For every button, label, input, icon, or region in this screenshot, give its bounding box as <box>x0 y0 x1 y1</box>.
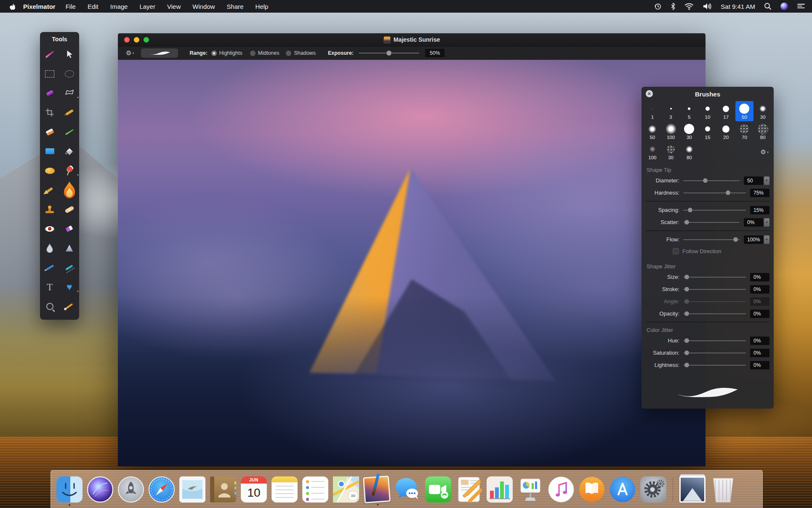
tool-magic-wand[interactable] <box>40 45 60 64</box>
brush-settings-gear-button[interactable]: ⚙▾ <box>761 148 769 156</box>
tool-paint-bucket[interactable] <box>60 142 80 161</box>
hue-value[interactable]: 0% <box>750 337 769 345</box>
brush-preset-10-3[interactable]: 10 <box>698 101 717 121</box>
dock-itunes[interactable] <box>548 476 574 503</box>
dock-calendar[interactable]: JUN 10 <box>241 476 267 503</box>
exposure-value[interactable]: 50% <box>425 49 445 57</box>
brush-preset-80-16[interactable]: 80 <box>680 142 698 162</box>
siri-icon[interactable] <box>780 0 788 13</box>
tool-path-pen[interactable] <box>60 258 80 277</box>
tool-slice[interactable] <box>60 122 80 142</box>
flow-stepper[interactable]: ▾ <box>764 235 769 244</box>
tool-blur-drop[interactable] <box>40 238 60 258</box>
menu-image[interactable]: Image <box>104 3 134 10</box>
dock-mail[interactable] <box>179 476 205 503</box>
wifi-icon[interactable] <box>684 0 694 13</box>
stroke-value[interactable]: 0% <box>750 285 769 294</box>
tool-stamp[interactable] <box>40 200 60 219</box>
tool-ellipse-marquee[interactable] <box>60 64 80 83</box>
angle-value[interactable]: 0% <box>750 297 769 306</box>
brush-preset-30-9[interactable]: 30 <box>680 121 698 142</box>
lightness-slider-thumb[interactable] <box>684 363 689 367</box>
dock-maps[interactable]: 3D <box>333 476 359 503</box>
diameter-slider[interactable] <box>683 180 740 181</box>
tool-brush[interactable] <box>40 180 60 200</box>
spacing-slider[interactable] <box>683 210 746 211</box>
lollipop-variants-chevron[interactable]: ▾ <box>77 173 79 177</box>
dock-facetime[interactable] <box>425 476 451 503</box>
angle-slider-thumb[interactable] <box>684 299 689 304</box>
lightness-slider[interactable] <box>683 365 746 366</box>
dock-messages[interactable] <box>394 476 421 503</box>
lasso-variants-chevron[interactable]: ▾ <box>77 96 79 99</box>
tool-crop[interactable] <box>40 103 60 122</box>
spotlight-icon[interactable] <box>764 0 772 13</box>
shape-variants-chevron[interactable]: ▾ <box>77 289 79 293</box>
tool-pen[interactable] <box>60 103 80 122</box>
tool-sharpen-cone[interactable] <box>60 238 80 258</box>
menu-file[interactable]: File <box>60 3 82 10</box>
brush-preset-100-8[interactable]: 100 <box>662 121 680 142</box>
apple-menu-icon[interactable] <box>0 3 23 10</box>
range-option-midtones[interactable]: Midtones <box>250 50 280 56</box>
dock-system-preferences[interactable] <box>640 476 666 503</box>
bluetooth-icon[interactable] <box>671 0 676 13</box>
window-title-bar[interactable]: Majestic Sunrise <box>118 33 706 46</box>
brush-preset-50-7[interactable]: 50 <box>643 121 662 142</box>
dock-launchpad[interactable] <box>118 476 144 503</box>
range-option-shadows[interactable]: Shadows <box>286 50 315 56</box>
volume-icon[interactable] <box>703 0 712 13</box>
opacity-slider-thumb[interactable] <box>684 311 689 316</box>
dock-trash[interactable] <box>710 476 736 503</box>
hardness-slider-thumb[interactable] <box>726 190 730 195</box>
hardness-value[interactable]: 75% <box>750 189 769 197</box>
brush-preset-30-6[interactable]: 30 <box>753 101 772 121</box>
spacing-slider-thumb[interactable] <box>688 208 692 212</box>
dock-contacts[interactable] <box>210 476 236 503</box>
dock-photos-stack[interactable] <box>679 476 706 503</box>
brush-preset-100-14[interactable]: 100 <box>643 142 662 162</box>
tool-quick-select[interactable] <box>40 83 60 103</box>
menu-bar-clock[interactable]: Sat 9:41 AM <box>721 3 755 10</box>
time-machine-icon[interactable] <box>654 0 662 13</box>
stroke-slider-thumb[interactable] <box>684 287 689 291</box>
size-value[interactable]: 0% <box>750 273 769 281</box>
hardness-slider[interactable] <box>683 193 746 193</box>
highlights-radio[interactable] <box>211 51 217 56</box>
diameter-slider-thumb[interactable] <box>703 178 708 183</box>
exposure-slider-thumb[interactable] <box>386 51 391 56</box>
flow-slider-thumb[interactable] <box>733 237 738 242</box>
scatter-slider[interactable] <box>683 222 740 223</box>
tool-pencil[interactable] <box>40 258 60 277</box>
brushes-close-button[interactable]: ✕ <box>646 90 653 97</box>
brush-preset-80-13[interactable]: 80 <box>753 121 772 142</box>
close-button[interactable] <box>124 37 130 43</box>
tool-move[interactable] <box>60 45 80 64</box>
opacity-slider[interactable] <box>683 313 746 314</box>
tool-paint-flame[interactable] <box>60 180 80 200</box>
size-slider[interactable] <box>683 277 746 278</box>
tool-heart-shape[interactable]: ♥▾ <box>60 277 80 297</box>
range-option-highlights[interactable]: Highlights <box>211 50 242 56</box>
opacity-value[interactable]: 0% <box>750 310 769 318</box>
tool-heal-bandaid[interactable] <box>60 200 80 219</box>
follow-direction-checkbox[interactable] <box>673 248 679 254</box>
dock-finder[interactable] <box>56 476 83 503</box>
scatter-slider-thumb[interactable] <box>684 220 689 225</box>
lightness-value[interactable]: 0% <box>750 361 769 369</box>
stroke-slider[interactable] <box>683 289 746 290</box>
brush-preset-15-10[interactable]: 15 <box>698 121 717 142</box>
saturation-value[interactable]: 0% <box>750 349 769 357</box>
image-canvas[interactable] <box>118 60 706 466</box>
brush-preset-50-5[interactable]: 50 <box>735 101 754 121</box>
menu-view[interactable]: View <box>161 3 186 10</box>
brush-preview-button[interactable] <box>141 48 178 58</box>
dock-keynote[interactable] <box>517 476 543 503</box>
follow-direction-row[interactable]: Follow Direction <box>646 246 769 257</box>
tool-ellipse-shape[interactable] <box>40 161 60 180</box>
size-slider-thumb[interactable] <box>684 275 689 279</box>
menu-help[interactable]: Help <box>250 3 274 10</box>
tool-rect-shape[interactable] <box>40 142 60 161</box>
app-menu-pixelmator[interactable]: Pixelmator <box>23 3 56 10</box>
dock-reminders[interactable] <box>302 476 328 503</box>
